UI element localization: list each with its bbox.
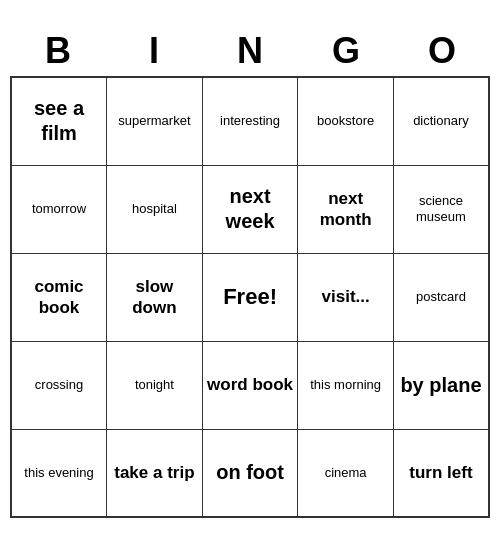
bingo-cell-3-4: by plane bbox=[393, 341, 489, 429]
bingo-cell-3-0: crossing bbox=[11, 341, 107, 429]
bingo-cell-0-4: dictionary bbox=[393, 77, 489, 165]
bingo-cell-3-2: word book bbox=[202, 341, 298, 429]
bingo-cell-0-2: interesting bbox=[202, 77, 298, 165]
bingo-row-3: crossingtonightword bookthis morningby p… bbox=[11, 341, 489, 429]
bingo-cell-1-3: next month bbox=[298, 165, 394, 253]
bingo-cell-0-3: bookstore bbox=[298, 77, 394, 165]
bingo-cell-2-3: visit... bbox=[298, 253, 394, 341]
bingo-cell-2-0: comic book bbox=[11, 253, 107, 341]
header-letter-o: O bbox=[394, 26, 490, 76]
bingo-cell-4-4: turn left bbox=[393, 429, 489, 517]
bingo-cell-3-3: this morning bbox=[298, 341, 394, 429]
bingo-row-1: tomorrowhospitalnext weeknext monthscien… bbox=[11, 165, 489, 253]
bingo-cell-1-2: next week bbox=[202, 165, 298, 253]
bingo-grid: see a filmsupermarketinterestingbookstor… bbox=[10, 76, 490, 518]
bingo-header-row: BINGO bbox=[10, 26, 490, 76]
bingo-cell-0-1: supermarket bbox=[107, 77, 203, 165]
bingo-cell-1-0: tomorrow bbox=[11, 165, 107, 253]
bingo-cell-2-2: Free! bbox=[202, 253, 298, 341]
bingo-cell-4-2: on foot bbox=[202, 429, 298, 517]
bingo-cell-4-1: take a trip bbox=[107, 429, 203, 517]
header-letter-i: I bbox=[106, 26, 202, 76]
header-letter-b: B bbox=[10, 26, 106, 76]
bingo-cell-2-1: slow down bbox=[107, 253, 203, 341]
bingo-cell-4-3: cinema bbox=[298, 429, 394, 517]
bingo-cell-1-1: hospital bbox=[107, 165, 203, 253]
bingo-row-2: comic bookslow downFree!visit...postcard bbox=[11, 253, 489, 341]
bingo-cell-2-4: postcard bbox=[393, 253, 489, 341]
header-letter-g: G bbox=[298, 26, 394, 76]
bingo-cell-0-0: see a film bbox=[11, 77, 107, 165]
bingo-cell-3-1: tonight bbox=[107, 341, 203, 429]
bingo-row-4: this eveningtake a tripon footcinematurn… bbox=[11, 429, 489, 517]
bingo-cell-4-0: this evening bbox=[11, 429, 107, 517]
bingo-cell-1-4: science museum bbox=[393, 165, 489, 253]
header-letter-n: N bbox=[202, 26, 298, 76]
bingo-row-0: see a filmsupermarketinterestingbookstor… bbox=[11, 77, 489, 165]
